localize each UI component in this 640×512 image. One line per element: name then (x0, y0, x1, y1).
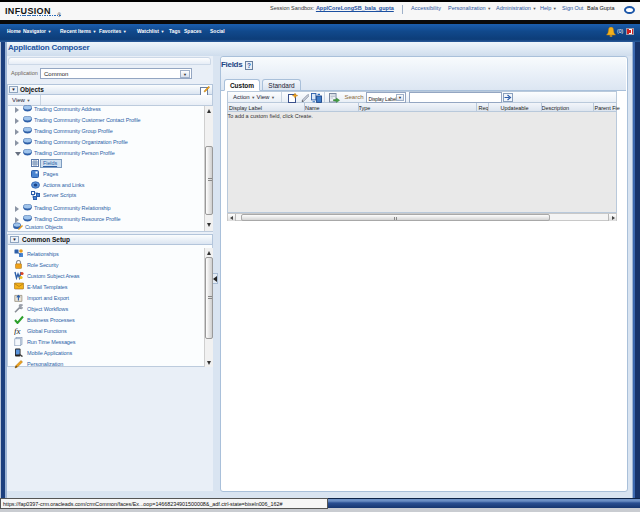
svg-text:fx: fx (14, 326, 21, 335)
